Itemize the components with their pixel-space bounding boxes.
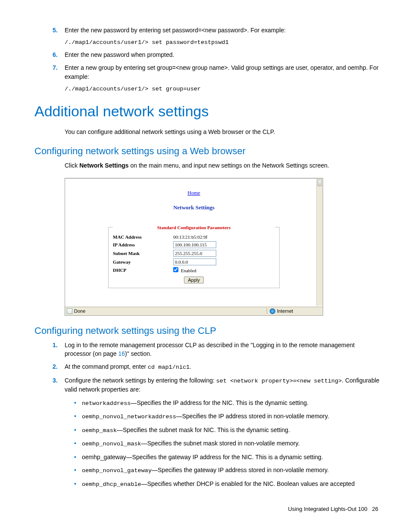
b7-text: —Specifies whether DHCP is enabled for t… [141,480,355,487]
clp-num-3: 3. [53,376,58,385]
web-text-pre: Click [65,162,79,169]
dhcp-enabled-text: Enabled [181,268,196,273]
status-zone: Internet [277,308,293,314]
clp-3-code: set <network property>=<new setting> [216,378,342,384]
row-dhcp: DHCP Enabled [113,267,275,273]
step-5-code: /./map1/accounts/user1/> set password=te… [65,39,381,47]
page-ref-16[interactable]: 16 [118,350,125,357]
step-7-text: Enter a new group by entering set group=… [65,64,379,80]
dhcp-checkbox[interactable] [173,267,178,272]
clp-num-1: 1. [53,341,58,349]
row-ip: IP Address [113,241,275,248]
step-5: 5. Enter the new password by entering se… [65,26,381,34]
clp-1-post: )" section. [125,350,152,357]
network-settings-screenshot: Home Network Settings Standard Configura… [65,178,323,316]
b1-text: —Specifies the IP address for the NIC. T… [131,399,308,406]
screenshot-title: Network Settings [65,199,323,222]
step-6-text: Enter the new password when prompted. [65,51,174,58]
b3-code: oemhp_mask [82,427,117,434]
mask-input[interactable] [173,250,216,257]
clp-steps: 1. Log in to the remote management proce… [34,341,381,394]
mask-label: Subnet Mask [113,251,173,256]
row-gateway: Gateway [113,258,275,265]
row-mac: MAC Address 00:13:21:b5:02:9f [113,234,275,240]
clp-num-2: 2. [53,362,58,371]
step-number-5: 5. [53,26,58,34]
clp-2-code: cd map1/nic1 [148,364,190,370]
bullet-networkaddress: networkaddress—Specifies the IP address … [82,398,381,408]
status-left: Done [65,308,267,314]
config-fieldset: Standard Configuration Parameters MAC Ad… [108,225,280,288]
b5-plain: oemhp_gateway—Specifies the gateway IP a… [82,454,323,460]
step-7-code: /./map1/accounts/user1/> set group=user [65,85,381,93]
clp-2-post: . [190,363,191,370]
bullet-dhcp-enable: oemhp_dhcp_enable—Specifies whether DHCP… [82,479,381,489]
clp-3-pre: Configure the network settings by enteri… [65,377,216,384]
b1-code: networkaddress [82,400,131,407]
page-icon [67,308,72,314]
apply-button[interactable]: Apply [184,277,204,283]
status-done: Done [74,308,85,314]
web-text-bold: Network Settings [79,162,128,169]
b6-code: oemhp_nonvol_gateway [82,467,152,474]
web-instruction: Click Network Settings on the main menu,… [65,161,381,170]
top-steps-cont: 6. Enter the new password when prompted.… [34,50,381,81]
b3-text: —Specifies the subnet mask for NIC. This… [117,426,290,433]
b6-text: —Specifies the gateway IP address stored… [152,467,329,473]
heading-clp: Configuring network settings using the C… [34,325,381,336]
property-bullets: networkaddress—Specifies the IP address … [34,398,381,489]
web-text-post: on the main menu, and input new settings… [129,162,329,169]
mac-value: 00:13:21:b5:02:9f [173,234,207,240]
scrollbar[interactable] [316,179,323,306]
row-mask: Subnet Mask [113,250,275,257]
globe-icon [270,308,275,314]
bullet-gateway: oemhp_gateway—Specifies the gateway IP a… [82,453,381,461]
b2-text: —Specifies the IP address stored in non-… [176,413,329,420]
clp-1-pre: Log in to the remote management processo… [65,342,355,357]
home-link[interactable]: Home [65,179,323,199]
b4-code: oemhp_nonvol_mask [82,441,141,447]
bullet-nonvol-mask: oemhp_nonvol_mask—Specifies the subnet m… [82,439,381,448]
apply-row: Apply [113,277,275,283]
intro-text: You can configure additional network set… [65,128,381,136]
bullet-nonvol-gateway: oemhp_nonvol_gateway—Specifies the gatew… [82,466,381,475]
step-6: 6. Enter the new password when prompted. [65,50,381,59]
step-7: 7. Enter a new group by entering set gro… [65,63,381,81]
clp-step-1: 1. Log in to the remote management proce… [65,341,381,358]
clp-step-2: 2. At the command prompt, enter cd map1/… [65,362,381,372]
heading-web-browser: Configuring network settings using a Web… [34,146,381,157]
status-bar: Done Internet [65,307,323,315]
gateway-label: Gateway [113,259,173,264]
heading-additional-network: Additional network settings [34,103,381,120]
step-5-text: Enter the new password by entering set p… [65,27,286,34]
step-number-7: 7. [53,63,58,72]
b2-code: oemhp_nonvol_networkaddress [82,414,176,420]
status-right: Internet [267,308,323,314]
bullet-mask: oemhp_mask—Specifies the subnet mask for… [82,426,381,435]
clp-step-3: 3. Configure the network settings by ent… [65,376,381,394]
fieldset-legend: Standard Configuration Parameters [113,225,275,230]
top-steps: 5. Enter the new password by entering se… [34,26,381,34]
page-footer: Using Integrated Lights-Out 100 26 [34,506,381,512]
footer-page: 26 [372,506,378,512]
step-number-6: 6. [53,50,58,59]
dhcp-label: DHCP [113,268,173,273]
footer-text: Using Integrated Lights-Out 100 [288,506,367,512]
clp-2-pre: At the command prompt, enter [65,363,148,370]
dhcp-value: Enabled [173,267,196,273]
bullet-nonvol-networkaddress: oemhp_nonvol_networkaddress—Specifies th… [82,412,381,421]
ip-label: IP Address [113,242,173,247]
b7-code: oemhp_dhcp_enable [82,481,141,488]
mac-label: MAC Address [113,234,173,240]
ip-input[interactable] [173,241,216,248]
gateway-input[interactable] [173,258,216,265]
b4-text: —Specifies the subnet mask stored in non… [141,440,300,447]
